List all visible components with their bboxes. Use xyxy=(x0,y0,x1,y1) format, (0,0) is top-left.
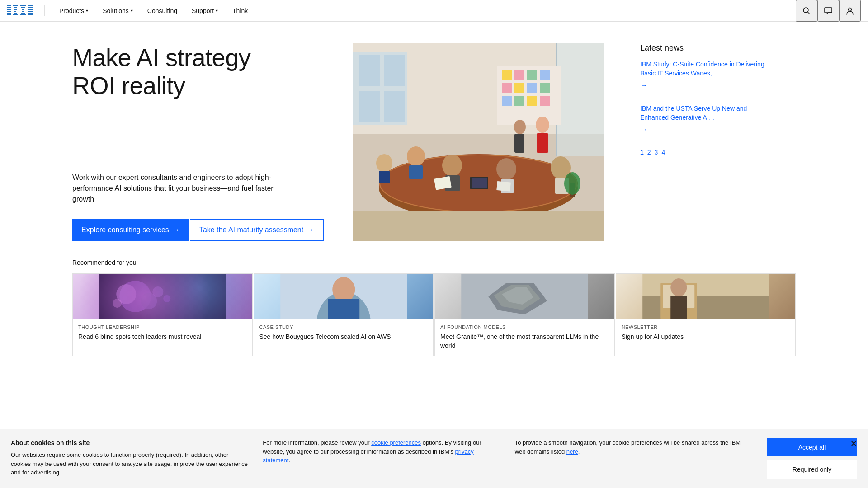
news-item-1: IBM Study: C-Suite Confidence in Deliver… xyxy=(640,60,767,97)
cookie-title: About cookies on this site xyxy=(11,438,248,448)
svg-rect-21 xyxy=(540,83,550,93)
page-4[interactable]: 4 xyxy=(661,149,665,156)
news-link-1[interactable]: IBM Study: C-Suite Confidence in Deliver… xyxy=(640,60,767,78)
nav-divider xyxy=(44,5,45,16)
hero-image xyxy=(353,43,604,241)
required-only-button[interactable]: Required only xyxy=(767,460,857,479)
svg-rect-17 xyxy=(540,70,550,80)
card-4[interactable]: Newsletter Sign up for AI updates xyxy=(616,273,796,356)
svg-point-54 xyxy=(152,286,163,297)
ibm-logo[interactable] xyxy=(7,5,33,16)
card-2-category: Case study xyxy=(259,324,428,330)
arrow-right-icon: → xyxy=(173,226,180,234)
svg-point-47 xyxy=(564,172,580,195)
nav-solutions[interactable]: Solutions ▾ xyxy=(95,0,140,22)
accept-all-button[interactable]: Accept all xyxy=(767,438,857,456)
ai-maturity-button[interactable]: Take the AI maturity assessment → xyxy=(190,219,324,241)
search-button[interactable] xyxy=(796,0,817,22)
svg-rect-15 xyxy=(514,70,524,80)
card-1-image xyxy=(73,274,252,319)
svg-rect-60 xyxy=(328,299,359,319)
chat-button[interactable] xyxy=(817,0,839,22)
card-3-image xyxy=(435,274,614,319)
card-4-image xyxy=(616,274,796,319)
svg-rect-50 xyxy=(99,274,226,319)
nav-think[interactable]: Think xyxy=(225,0,255,22)
card-1-title: Read 6 blind spots tech leaders must rev… xyxy=(78,333,247,342)
svg-point-52 xyxy=(116,284,136,304)
arrow-right-icon-2: → xyxy=(307,226,314,234)
card-1-illustration xyxy=(73,274,252,319)
nav-links: Products ▾ Solutions ▾ Consulting Suppor… xyxy=(52,0,796,22)
svg-rect-31 xyxy=(537,133,548,153)
svg-point-55 xyxy=(113,299,122,308)
page-1[interactable]: 1 xyxy=(640,149,644,156)
card-4-category: Newsletter xyxy=(622,324,790,330)
news-link-2[interactable]: IBM and the USTA Serve Up New and Enhanc… xyxy=(640,104,767,122)
news-arrow-2[interactable]: → xyxy=(640,126,767,134)
meeting-room-svg xyxy=(353,43,604,241)
svg-rect-49 xyxy=(496,181,511,192)
cookie-domains-link[interactable]: here xyxy=(566,448,578,455)
svg-rect-14 xyxy=(502,70,512,80)
user-icon xyxy=(845,6,854,15)
svg-point-36 xyxy=(442,155,462,176)
card-3[interactable]: AI foundation models Meet Granite™, one … xyxy=(434,273,615,356)
card-4-title: Sign up for AI updates xyxy=(622,333,790,342)
card-2-body: Case study See how Bouygues Telecom scal… xyxy=(254,319,434,347)
svg-rect-70 xyxy=(670,296,687,319)
card-4-illustration xyxy=(616,274,796,319)
hero-title: Make AI strategy ROI reality xyxy=(72,43,335,99)
svg-point-40 xyxy=(496,158,516,180)
cookie-preferences-link[interactable]: cookie preferences xyxy=(371,439,421,446)
explore-consulting-button[interactable]: Explore consulting services → xyxy=(72,219,189,241)
svg-rect-11 xyxy=(556,43,604,156)
card-1[interactable]: Thought leadership Read 6 blind spots te… xyxy=(72,273,253,356)
card-2-image xyxy=(254,274,434,319)
search-icon xyxy=(802,6,811,15)
svg-point-0 xyxy=(803,8,808,13)
card-4-body: Newsletter Sign up for AI updates xyxy=(616,319,796,347)
nav-consulting[interactable]: Consulting xyxy=(140,0,184,22)
news-panel: Latest news IBM Study: C-Suite Confidenc… xyxy=(640,43,767,241)
cookie-col-3: To provide a smooth navigation, your coo… xyxy=(515,438,752,456)
card-2[interactable]: Case study See how Bouygues Telecom scal… xyxy=(254,273,434,356)
card-2-illustration xyxy=(254,274,434,319)
svg-rect-29 xyxy=(353,211,604,241)
svg-point-69 xyxy=(670,278,687,296)
page-3[interactable]: 3 xyxy=(655,149,658,156)
card-3-category: AI foundation models xyxy=(440,324,609,330)
svg-rect-25 xyxy=(540,96,550,106)
svg-rect-19 xyxy=(514,83,524,93)
products-chevron-icon: ▾ xyxy=(86,8,88,13)
svg-point-32 xyxy=(514,120,526,134)
user-button[interactable] xyxy=(839,0,861,22)
hero-subtitle: Work with our expert consultants and eng… xyxy=(72,172,294,205)
cookie-close-button[interactable]: ✕ xyxy=(846,436,861,451)
nav-products[interactable]: Products ▾ xyxy=(52,0,95,22)
nav-icons xyxy=(796,0,861,22)
navigation: Products ▾ Solutions ▾ Consulting Suppor… xyxy=(0,0,868,22)
svg-rect-45 xyxy=(472,178,487,188)
cookie-banner: ✕ About cookies on this site Our website… xyxy=(0,429,868,488)
cookie-col1-text: Our websites require some cookies to fun… xyxy=(11,450,248,477)
svg-rect-10 xyxy=(384,91,405,122)
nav-support[interactable]: Support ▾ xyxy=(184,0,225,22)
cookie-col-2: For more information, please review your… xyxy=(263,438,500,465)
card-1-body: Thought leadership Read 6 blind spots te… xyxy=(73,319,252,347)
svg-rect-24 xyxy=(527,96,537,106)
svg-rect-9 xyxy=(359,91,380,122)
card-2-title: See how Bouygues Telecom scaled AI on AW… xyxy=(259,333,428,342)
svg-point-51 xyxy=(119,281,151,312)
news-pagination: 1 2 3 4 xyxy=(640,149,767,156)
svg-rect-23 xyxy=(514,96,524,106)
card-3-body: AI foundation models Meet Granite™, one … xyxy=(435,319,614,356)
solutions-chevron-icon: ▾ xyxy=(131,8,133,13)
news-arrow-1[interactable]: → xyxy=(640,81,767,89)
page-2[interactable]: 2 xyxy=(647,149,651,156)
svg-rect-35 xyxy=(409,165,423,179)
cookie-col2-text: For more information, please review your… xyxy=(263,438,500,465)
news-section-title: Latest news xyxy=(640,43,767,53)
svg-rect-2 xyxy=(825,8,832,13)
cookie-buttons: Accept all Required only xyxy=(767,438,857,479)
